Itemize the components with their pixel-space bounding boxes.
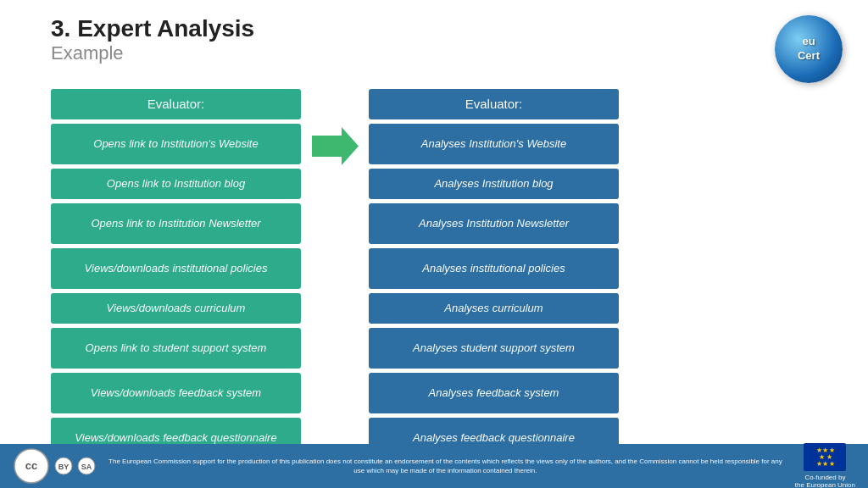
left-item-1: Opens link to Institution blog bbox=[51, 169, 301, 199]
eu-cert-logo: euCert bbox=[775, 15, 843, 83]
left-item-0: Opens link to Institution's Website bbox=[51, 124, 301, 164]
eu-label: Co-funded bythe European Union bbox=[795, 474, 855, 488]
arrow-container bbox=[301, 89, 369, 165]
eu-stars: ★ ★ ★★ ★★ ★ ★ bbox=[816, 447, 833, 468]
cc-license: cc BY SA bbox=[13, 447, 96, 485]
footer: cc BY SA The European Commission support… bbox=[0, 444, 868, 488]
right-item-1: Analyses Institution blog bbox=[369, 169, 619, 199]
eu-flag: ★ ★ ★★ ★★ ★ ★ bbox=[804, 443, 846, 471]
left-header: Evaluator: bbox=[51, 89, 301, 119]
left-item-2: Opens link to Institution Newsletter bbox=[51, 203, 301, 244]
left-item-4: Views/downloads curriculum bbox=[51, 293, 301, 324]
page-subtitle: Example bbox=[51, 42, 254, 64]
eu-flag-container: ★ ★ ★★ ★★ ★ ★ Co-funded bythe European U… bbox=[795, 443, 855, 488]
logo-text: euCert bbox=[798, 35, 820, 64]
by-icon: BY bbox=[54, 457, 73, 475]
sa-icon: SA bbox=[77, 457, 96, 475]
page-title-area: 3. Expert Analysis Example bbox=[51, 15, 254, 64]
main-content: Evaluator: Opens link to Institution's W… bbox=[51, 89, 843, 441]
svg-text:SA: SA bbox=[81, 463, 92, 471]
right-item-2: Analyses Institution Newsletter bbox=[369, 203, 619, 244]
cc-icon: cc bbox=[13, 447, 50, 485]
right-item-4: Analyses curriculum bbox=[369, 293, 619, 324]
left-item-3: Views/downloads institutional policies bbox=[51, 248, 301, 289]
left-column: Evaluator: Opens link to Institution's W… bbox=[51, 89, 301, 458]
right-header: Evaluator: bbox=[369, 89, 619, 119]
page-title: 3. Expert Analysis bbox=[51, 15, 254, 42]
left-item-5: Opens link to student support system bbox=[51, 328, 301, 369]
svg-text:cc: cc bbox=[25, 459, 37, 472]
svg-marker-0 bbox=[312, 127, 359, 165]
svg-text:BY: BY bbox=[58, 463, 70, 471]
logo-container: euCert bbox=[775, 15, 843, 83]
right-column: Evaluator: Analyses Institution's Websit… bbox=[369, 89, 619, 458]
right-item-5: Analyses student support system bbox=[369, 328, 619, 369]
right-item-3: Analyses institutional policies bbox=[369, 248, 619, 289]
arrow-icon bbox=[312, 127, 359, 165]
left-item-6: Views/downloads feedback system bbox=[51, 373, 301, 413]
right-item-6: Analyses feedback system bbox=[369, 373, 619, 413]
right-item-0: Analyses Institution's Website bbox=[369, 124, 619, 164]
footer-disclaimer: The European Commission support for the … bbox=[108, 457, 782, 475]
